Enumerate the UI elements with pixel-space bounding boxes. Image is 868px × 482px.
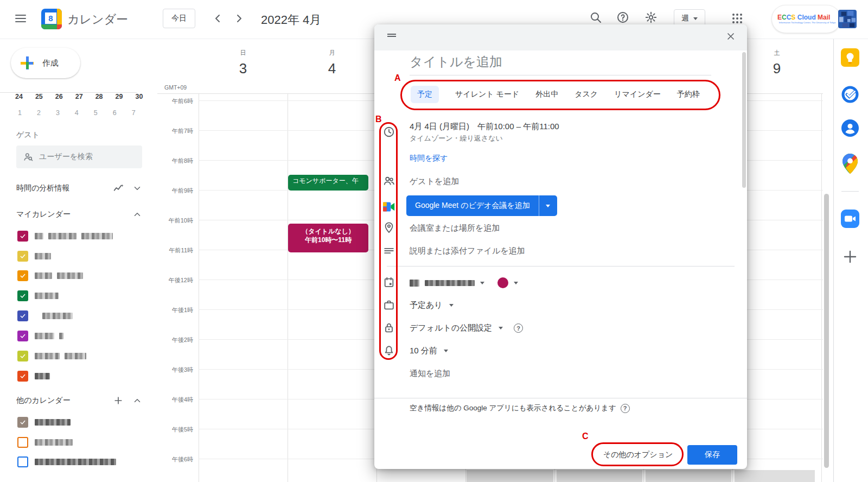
google-calendar-app: 8 カレンダー 今日 2022年 4月 週 ECCS Cloud Mail In… [0, 0, 868, 482]
calendar-checkbox[interactable] [17, 270, 28, 281]
visibility-lock-icon [383, 322, 395, 334]
main-menu-button[interactable] [14, 12, 29, 27]
more-options-button[interactable]: その他のオプション [597, 445, 679, 465]
contacts-icon[interactable] [841, 119, 859, 137]
calendar-name-redacted [35, 272, 83, 279]
settings-button[interactable] [644, 11, 660, 26]
my-calendar-item[interactable] [17, 230, 113, 242]
my-calendar-item[interactable] [17, 270, 83, 282]
calendar-logo-icon[interactable]: 8 [41, 9, 62, 29]
drag-handle[interactable] [387, 34, 396, 37]
event-title-input[interactable]: タイトルを追加 [410, 53, 711, 75]
event-common-supporter[interactable]: コモンサポーター、午 [288, 175, 368, 191]
zoom-icon[interactable] [841, 210, 859, 228]
day-header-saturday[interactable]: 土 9 [755, 49, 799, 77]
other-calendar-item[interactable] [17, 456, 116, 468]
calendar-checkbox[interactable] [17, 456, 28, 467]
my-calendar-item[interactable] [17, 330, 63, 342]
reminder-dropdown[interactable]: 10 分前 [410, 346, 448, 356]
search-button[interactable] [589, 11, 604, 26]
footer-help-icon[interactable]: ? [621, 404, 630, 413]
visibility-help-icon[interactable]: ? [514, 324, 523, 333]
my-calendar-item[interactable] [17, 350, 86, 362]
time-label: 午前9時 [158, 187, 193, 195]
add-calendar-icon[interactable] [113, 395, 124, 406]
visibility-dropdown[interactable]: デフォルトの公開設定 ? [410, 323, 523, 333]
meet-options-dropdown[interactable] [539, 195, 557, 216]
google-meet-icon [383, 201, 395, 213]
calendar-checkbox[interactable] [17, 310, 28, 321]
timezone-recurrence-note[interactable]: タイムゾーン・繰り返さない [410, 134, 503, 143]
chevron-down-icon [132, 183, 142, 193]
dialog-scrollbar[interactable] [742, 52, 746, 188]
add-notification-button[interactable]: 通知を追加 [410, 369, 450, 379]
mini-calendar-week-row[interactable]: 1234567 [18, 109, 136, 117]
maps-icon[interactable] [843, 154, 858, 172]
busy-status-dropdown[interactable]: 予定あり [410, 300, 454, 310]
calendar-checkbox[interactable] [17, 437, 28, 448]
calendar-checkbox[interactable] [17, 251, 28, 262]
event-datetime[interactable]: 4月 4日 (月曜日) 午前10:00 – 午前11:00 [410, 122, 559, 132]
apps-grid-icon [731, 12, 744, 25]
close-dialog-button[interactable] [723, 29, 738, 44]
add-meet-button[interactable]: Google Meet のビデオ会議を追加 [406, 195, 557, 216]
other-calendar-item[interactable] [17, 416, 71, 428]
get-addons-button[interactable] [841, 248, 859, 266]
main-scrollbar[interactable] [824, 194, 829, 468]
help-button[interactable] [616, 11, 631, 26]
chevron-up-icon[interactable] [132, 396, 142, 405]
find-a-time-link[interactable]: 時間を探す [410, 154, 448, 163]
view-selector-value: 週 [681, 14, 689, 23]
calendar-name-redacted [35, 233, 113, 239]
my-calendar-item[interactable] [17, 250, 51, 262]
time-label: 午前8時 [158, 157, 193, 165]
other-calendars-header: 他のカレンダー [16, 395, 142, 406]
tasks-icon[interactable] [841, 85, 859, 104]
day-header-sunday[interactable]: 日 3 [221, 49, 265, 77]
create-event-button[interactable]: 作成 [11, 48, 80, 78]
prev-week-button[interactable] [212, 12, 225, 25]
add-guests-field[interactable]: ゲストを追加 [410, 176, 459, 187]
event-color-swatch[interactable] [497, 277, 508, 288]
calendar-checkbox[interactable] [17, 231, 28, 242]
tab-focus-time[interactable]: サイレント モード [455, 90, 519, 99]
add-location-field[interactable]: 会議室または場所を追加 [410, 223, 500, 233]
day-header-monday[interactable]: 月 4 [310, 49, 354, 77]
tab-appointment-slots[interactable]: 予約枠 [677, 90, 700, 99]
calendar-selector[interactable] [410, 277, 518, 288]
my-calendar-item[interactable] [17, 370, 50, 382]
time-label: 午前6時 [158, 97, 193, 105]
other-calendar-item[interactable] [17, 436, 73, 448]
today-button[interactable]: 今日 [163, 9, 195, 28]
keep-icon[interactable] [841, 48, 859, 67]
chevron-down-icon [499, 327, 503, 329]
tab-task[interactable]: タスク [575, 90, 598, 99]
my-calendar-item[interactable] [17, 310, 73, 322]
location-icon [383, 221, 395, 233]
insights-section[interactable]: 時間の分析情報 [16, 182, 142, 194]
calendar-name-redacted [425, 280, 475, 286]
tab-event[interactable]: 予定 [411, 86, 439, 103]
save-button[interactable]: 保存 [687, 445, 737, 465]
calendar-checkbox[interactable] [17, 331, 28, 341]
mini-calendar-week-row[interactable]: 24252627282930 [15, 93, 143, 100]
calendar-checkbox[interactable] [17, 371, 28, 382]
event-no-title[interactable]: （タイトルなし） 午前10時〜11時 [288, 224, 368, 252]
account-badge[interactable]: ECCS Cloud Mail Information Technology C… [771, 5, 841, 33]
add-description-field[interactable]: 説明または添付ファイルを追加 [410, 246, 525, 256]
chevron-down-icon [444, 350, 448, 352]
tab-out-of-office[interactable]: 外出中 [535, 90, 558, 99]
next-week-button[interactable] [232, 12, 245, 25]
calendar-icon [383, 276, 395, 288]
tab-reminder[interactable]: リマインダー [614, 90, 661, 99]
chevron-down-icon [693, 17, 698, 20]
calendar-name-redacted [35, 353, 86, 359]
calendar-checkbox[interactable] [17, 417, 28, 428]
guests-section-label: ゲスト [16, 130, 40, 140]
my-calendar-item[interactable] [17, 290, 59, 302]
search-users-input[interactable]: ユーザーを検索 [16, 145, 142, 168]
calendar-checkbox[interactable] [17, 351, 28, 362]
description-icon [383, 245, 395, 257]
calendar-checkbox[interactable] [17, 290, 28, 301]
my-calendars-header[interactable]: マイカレンダー [16, 210, 142, 219]
